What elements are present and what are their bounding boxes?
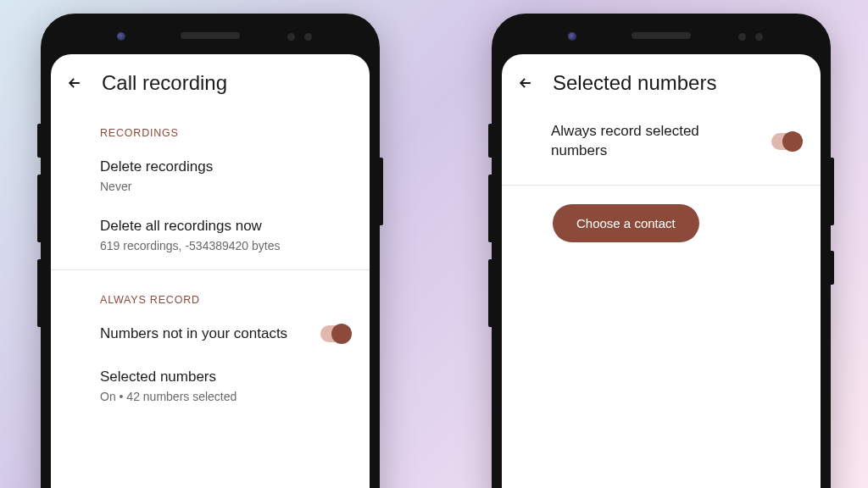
page-title: Call recording	[102, 71, 227, 95]
row-always-record-selected[interactable]: Always record selected numbers	[502, 103, 821, 180]
phone-sensor	[738, 33, 746, 41]
header: Selected numbers	[502, 54, 821, 103]
row-title: Always record selected numbers	[551, 122, 802, 161]
page-title: Selected numbers	[553, 71, 716, 95]
header: Call recording	[51, 54, 370, 103]
phone-side-button	[37, 175, 41, 242]
phone-side-button	[488, 124, 492, 158]
back-arrow-icon[interactable]	[66, 75, 83, 92]
back-arrow-icon[interactable]	[517, 75, 534, 92]
phone-sensor	[287, 33, 295, 41]
row-title: Delete all recordings now	[100, 217, 351, 236]
screen-selected-numbers: Selected numbers Always record selected …	[502, 54, 821, 488]
row-sub: 619 recordings, -534389420 bytes	[100, 239, 351, 252]
phone-side-button	[488, 259, 492, 327]
row-numbers-not-in-contacts[interactable]: Numbers not in your contacts	[51, 313, 370, 356]
phone-side-button	[37, 124, 41, 158]
row-title: Delete recordings	[100, 158, 351, 177]
row-sub: On • 42 numbers selected	[100, 390, 351, 403]
phone-side-button	[488, 175, 492, 242]
row-title: Selected numbers	[100, 368, 351, 387]
phone-speaker	[181, 32, 240, 39]
phone-speaker	[632, 32, 691, 39]
choose-contact-button[interactable]: Choose a contact	[553, 204, 699, 242]
row-title: Numbers not in your contacts	[100, 324, 351, 344]
phone-sensor	[304, 33, 312, 41]
phone-sensor	[755, 33, 763, 41]
toggle-not-in-contacts[interactable]	[320, 325, 351, 342]
phone-call-recording: Call recording RECORDINGS Delete recordi…	[41, 14, 380, 488]
phone-camera	[568, 32, 576, 41]
phone-side-button	[37, 259, 41, 327]
row-sub: Never	[100, 180, 351, 193]
toggle-always-record-selected[interactable]	[771, 133, 802, 150]
screen-call-recording: Call recording RECORDINGS Delete recordi…	[51, 54, 370, 488]
section-label-always-record: ALWAYS RECORD	[51, 270, 370, 313]
row-delete-recordings[interactable]: Delete recordings Never	[51, 146, 370, 205]
phone-side-button	[380, 158, 383, 225]
row-delete-all-now[interactable]: Delete all recordings now 619 recordings…	[51, 205, 370, 264]
phone-side-button	[831, 158, 834, 225]
phone-side-button	[831, 251, 834, 285]
phone-camera	[117, 32, 125, 41]
divider	[502, 185, 821, 186]
phone-selected-numbers: Selected numbers Always record selected …	[492, 14, 831, 488]
row-selected-numbers[interactable]: Selected numbers On • 42 numbers selecte…	[51, 356, 370, 415]
section-label-recordings: RECORDINGS	[51, 103, 370, 146]
